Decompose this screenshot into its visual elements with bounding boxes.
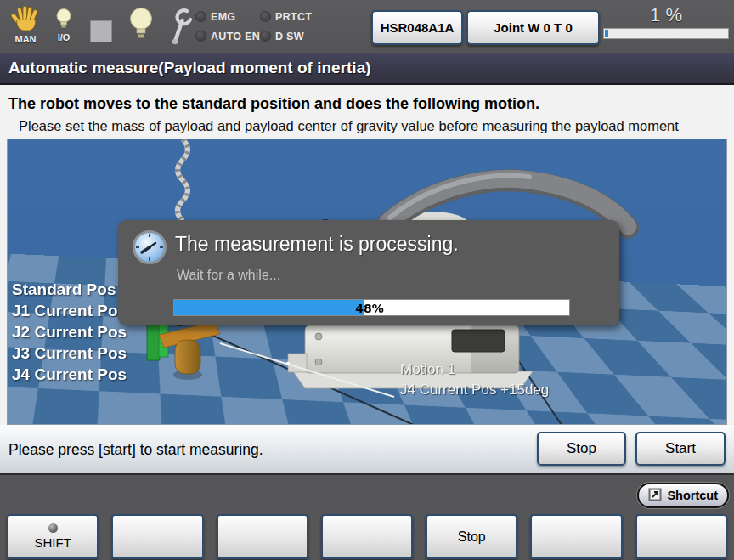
robot-model-button[interactable]: HSR048A1A: [371, 10, 463, 45]
prtct-lamp-icon: [260, 11, 271, 22]
title-bar: Automatic measure(Payload moment of iner…: [0, 53, 734, 85]
d-sw-label: D SW: [275, 31, 304, 42]
clock-icon: [132, 229, 167, 269]
coordinate-system-button[interactable]: Joint W 0 T 0: [466, 10, 600, 45]
status-strip: Please press [start] to start measuring.…: [0, 425, 734, 473]
hand-icon: [10, 5, 41, 35]
auto-en-label: AUTO EN: [211, 31, 260, 42]
io-label: I/O: [58, 32, 71, 42]
emg-lamp-icon: [195, 11, 206, 22]
fkey-stop-label: Stop: [458, 529, 486, 545]
indicator-d-sw: D SW: [260, 29, 312, 43]
bottom-bar: Shortcut SHIFT Stop: [0, 473, 734, 560]
shortcut-button[interactable]: Shortcut: [637, 483, 729, 508]
speed-override-display: 1 %: [603, 4, 729, 39]
d-sw-lamp-icon: [260, 31, 271, 42]
indicator-emg: EMG: [195, 9, 260, 24]
position-label-j4: J4 Current Pos: [12, 365, 127, 387]
motion-annotation-line-2: J4 Current Pos +15deg: [400, 382, 549, 399]
page-title: Automatic measure(Payload moment of iner…: [8, 59, 371, 77]
wrench-icon: [169, 7, 193, 49]
motion-annotation-line-1: Motion 1: [400, 361, 455, 378]
speed-percent-text: 1 %: [603, 4, 729, 26]
fkey-3[interactable]: [217, 514, 308, 559]
measurement-processing-dialog: The measurement is processing. Wait for …: [118, 220, 619, 325]
io-monitor-button[interactable]: I/O: [51, 8, 76, 42]
indicator-column-2: PRTCT D SW: [260, 9, 312, 43]
shortcut-icon: [648, 488, 662, 504]
tool-settings-button[interactable]: [168, 7, 194, 49]
fkey-4[interactable]: [321, 514, 413, 559]
measurement-progress-fill: [174, 300, 364, 315]
start-button[interactable]: Start: [635, 432, 726, 466]
man-label: MAN: [14, 34, 36, 44]
fkey-shift-label: SHIFT: [34, 535, 71, 550]
dialog-subtitle: Wait for a while...: [177, 268, 280, 283]
measurement-progress-bar: 48%: [173, 299, 570, 316]
stop-status-icon[interactable]: [90, 20, 112, 42]
position-label-j1: J1 Current Pos: [12, 302, 127, 323]
fkey-6[interactable]: [530, 514, 622, 559]
lamp-status-button[interactable]: [127, 7, 155, 45]
measurement-progress-percent: 48%: [355, 302, 384, 315]
instruction-line-2: Please set the mass of payload and paylo…: [19, 118, 679, 134]
position-label-j2: J2 Current Pos: [12, 323, 127, 344]
bulb-icon: [128, 7, 154, 45]
dialog-title: The measurement is processing.: [175, 233, 459, 256]
fkey-2[interactable]: [111, 514, 203, 559]
fkey-7[interactable]: [635, 514, 727, 559]
top-toolbar: MAN I/O: [0, 0, 734, 53]
speed-progress-bar: [603, 28, 729, 39]
shortcut-label: Shortcut: [667, 489, 718, 502]
shift-lamp-icon: [48, 523, 58, 533]
stop-button[interactable]: Stop: [537, 432, 626, 466]
indicator-column-1: EMG AUTO EN: [195, 9, 260, 43]
speed-progress-fill: [605, 30, 608, 37]
function-key-row: SHIFT Stop: [0, 512, 734, 559]
io-bulb-icon: [54, 8, 73, 33]
robot-3d-viewport: Standard Pos J1 Current Pos J2 Current P…: [7, 139, 727, 425]
position-label-list: Standard Pos J1 Current Pos J2 Current P…: [12, 280, 127, 387]
indicator-prtct: PRTCT: [260, 9, 312, 24]
indicator-auto-en: AUTO EN: [195, 29, 260, 43]
status-message: Please press [start] to start measuring.: [8, 440, 263, 458]
fkey-stop[interactable]: Stop: [426, 514, 517, 559]
teach-pendant-screen: MAN I/O: [0, 0, 734, 560]
position-label-standard: Standard Pos: [12, 280, 127, 302]
emg-label: EMG: [211, 11, 235, 23]
auto-en-lamp-icon: [195, 31, 206, 42]
manual-mode-indicator[interactable]: MAN: [7, 5, 44, 44]
instruction-line-1: The robot moves to the standard position…: [8, 95, 539, 113]
position-label-j3: J3 Current Pos: [12, 344, 127, 365]
fkey-shift[interactable]: SHIFT: [7, 514, 99, 559]
prtct-label: PRTCT: [275, 11, 312, 23]
